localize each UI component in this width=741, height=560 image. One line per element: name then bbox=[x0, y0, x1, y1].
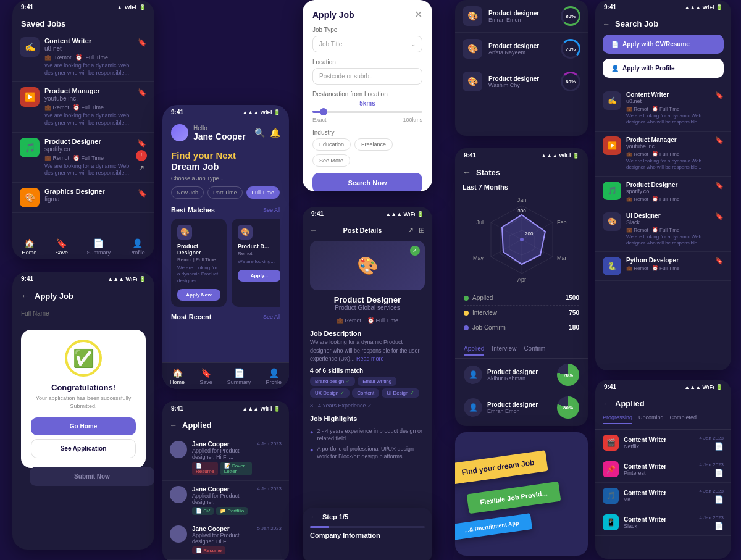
jl-logo-1: 🎨 bbox=[463, 6, 482, 26]
sj-item-2[interactable]: ▶️ Product Manager youtube inc. 💼 Remot⏰… bbox=[595, 132, 731, 177]
ap-back-icon[interactable]: ← bbox=[603, 399, 610, 408]
skill-5: UI Design ✓ bbox=[382, 388, 419, 398]
job-item-3[interactable]: 🎵 Product Designer spotify.co 💼 Remot ⏰ … bbox=[12, 133, 154, 183]
pill-new-job[interactable]: New Job bbox=[171, 186, 204, 199]
sj-bookmark-1[interactable]: 🔖 bbox=[715, 91, 724, 99]
doc-resume-1[interactable]: 📄 Resume bbox=[192, 462, 218, 475]
match-card-2[interactable]: 🎨 Product D... Remot We are looking... A… bbox=[232, 219, 280, 307]
step-back-icon[interactable]: ← bbox=[310, 512, 317, 521]
tab-interview[interactable]: Interview bbox=[492, 345, 516, 356]
doc-cover-1[interactable]: 📝 Cover Letter bbox=[220, 462, 253, 475]
applicant-row-1[interactable]: Jane Cooper Applied for Product designer… bbox=[162, 436, 289, 481]
apply-btn-2[interactable]: Apply... bbox=[238, 270, 280, 282]
job-item-4[interactable]: 🎨 Graphics Designer figma 🔖 bbox=[12, 183, 154, 213]
bookmark-icon-4[interactable]: 🔖 bbox=[138, 189, 147, 198]
bookmark-icon-3[interactable]: 🔖 bbox=[137, 139, 146, 148]
tab-applied[interactable]: Applied bbox=[464, 345, 484, 356]
pill-freelance[interactable]: Freelance bbox=[354, 138, 393, 151]
post-back-icon[interactable]: ← bbox=[310, 226, 317, 235]
tab-completed[interactable]: Completed bbox=[670, 414, 697, 424]
full-name-input[interactable] bbox=[21, 307, 146, 322]
post-action-icons: ↗ ⊞ bbox=[408, 226, 425, 235]
ap-item-2[interactable]: 📌 Content Writer Pinterest 4 Jan 2023 📄 bbox=[595, 456, 731, 483]
bookmark-post-icon[interactable]: ⊞ bbox=[419, 226, 425, 235]
applicant-row-2[interactable]: Jane Cooper Applied for Product designer… bbox=[162, 481, 289, 520]
doc-cv-2[interactable]: 📄 CV bbox=[192, 507, 214, 515]
share-icon[interactable]: ↗ bbox=[138, 164, 144, 172]
job-list-item-1[interactable]: 🎨 Product designer Emran Emon 80% bbox=[455, 0, 588, 33]
search-icon[interactable]: 🔍 bbox=[254, 128, 265, 138]
ap-item-1[interactable]: 🎬 Content Writer Netflix 4 Jan 2023 📄 bbox=[595, 430, 731, 456]
nav-home-2[interactable]: 🏠 Home bbox=[170, 368, 185, 385]
applicant-row-3[interactable]: Jane Cooper Applied for Product designer… bbox=[162, 520, 289, 560]
tab-upcoming[interactable]: Upcoming bbox=[638, 414, 664, 424]
tab-confirm[interactable]: Confirm bbox=[524, 345, 545, 356]
pill-part-time[interactable]: Part Time bbox=[207, 186, 243, 199]
bookmark-icon-1[interactable]: 🔖 bbox=[138, 38, 147, 47]
pill-education[interactable]: Education bbox=[312, 138, 351, 151]
slider-thumb[interactable] bbox=[320, 108, 327, 115]
apply-profile-btn[interactable]: 👤 Apply with Profile bbox=[603, 59, 724, 78]
apply-back-icon[interactable]: ← bbox=[21, 291, 30, 301]
distance-slider[interactable]: 5kms Exact 100kms bbox=[312, 100, 422, 123]
nav-summary-2[interactable]: 📄 Summary bbox=[227, 368, 251, 385]
nav-summary-1[interactable]: 📄 Summary bbox=[86, 238, 111, 256]
sj-bookmark-3[interactable]: 🔖 bbox=[715, 182, 724, 190]
nav-profile-2[interactable]: 👤 Profile bbox=[266, 368, 282, 385]
search-now-btn[interactable]: Search Now bbox=[312, 173, 422, 191]
nav-save-1[interactable]: 🔖 Save bbox=[56, 238, 69, 256]
applied-job-1[interactable]: 👤 Product designer Akibur Rahman 78% bbox=[455, 359, 588, 391]
ap-date-2: 4 Jan 2023 bbox=[699, 462, 724, 467]
pill-see-more[interactable]: See More bbox=[312, 154, 350, 167]
slider-track[interactable] bbox=[312, 111, 422, 113]
go-home-btn[interactable]: Go Home bbox=[31, 417, 136, 435]
job-item-1[interactable]: ✍️ Content Writer u8.net 💼 Remot ⏰ Full … bbox=[12, 32, 154, 82]
ap-item-3[interactable]: 🎵 Content Writer VK 4 Jan 2023 📄 bbox=[595, 483, 731, 509]
see-application-btn[interactable]: See Application bbox=[31, 439, 136, 458]
applied-job-2[interactable]: 👤 Product designer Emran Emon 80% bbox=[455, 391, 588, 424]
applied-list-back-icon[interactable]: ← bbox=[170, 421, 177, 430]
bookmark-icon-2[interactable]: 🔖 bbox=[138, 88, 147, 97]
sj-item-4[interactable]: 🎨 UI Designer Slack 💼 Remot⏰ Full Time W… bbox=[595, 207, 731, 253]
ap-date-3: 4 Jan 2023 bbox=[699, 488, 724, 494]
sj-item-1[interactable]: ✍️ Content Writer u8.net 💼 Remot⏰ Full T… bbox=[595, 86, 731, 132]
sj-item-3[interactable]: 🎵 Product Designer spotify.co 💼 Remot⏰ F… bbox=[595, 177, 731, 207]
doc-pills-2: 📄 CV 📁 Portfilio bbox=[192, 507, 252, 515]
share-post-icon[interactable]: ↗ bbox=[408, 226, 414, 235]
job-list-item-2[interactable]: 🎨 Product designer Arfata Nayeem 70% bbox=[455, 33, 588, 65]
apply-cv-btn[interactable]: 📄 Apply with CV/Resume bbox=[603, 35, 724, 54]
nav-profile-1[interactable]: 👤 Profile bbox=[129, 238, 145, 256]
doc-resume-3[interactable]: 📄 Resume bbox=[192, 546, 225, 554]
submit-btn[interactable]: Submit Now bbox=[30, 467, 154, 486]
nav-save-2[interactable]: 🔖 Save bbox=[199, 368, 212, 385]
read-more-link[interactable]: Read more bbox=[356, 356, 384, 362]
ap-item-4[interactable]: 📱 Content Writer Slack 4 Jan 2023 📄 bbox=[595, 509, 731, 536]
match-card-1[interactable]: 🎨 Product Designer Remot | Full Time We … bbox=[171, 219, 227, 307]
bell-icon[interactable]: 🔔 bbox=[270, 128, 280, 138]
close-icon[interactable]: ✕ bbox=[414, 9, 422, 20]
apply-btn-1[interactable]: Apply Now bbox=[177, 289, 220, 301]
tab-progressing[interactable]: Progressing bbox=[603, 414, 632, 424]
most-recent-header: Most Recent See All bbox=[171, 313, 280, 320]
job-type-input[interactable]: Job Title ⌄ bbox=[312, 36, 422, 52]
pill-full-time[interactable]: Full Time bbox=[246, 186, 280, 199]
doc-portfolio-2[interactable]: 📁 Portfilio bbox=[216, 507, 248, 515]
best-matches-see-all[interactable]: See All bbox=[263, 207, 280, 213]
legend-interview: Interview 750 bbox=[464, 306, 579, 320]
sj-bookmark-4[interactable]: 🔖 bbox=[715, 212, 724, 220]
sj-item-5[interactable]: 🐍 Python Developer 💼 Remot⏰ Full Time 🔖 bbox=[595, 252, 731, 281]
jl-info-1: Product designer Emran Emon bbox=[488, 10, 555, 23]
sj-desc-1: We are looking for a dynamic Web designe… bbox=[626, 113, 710, 126]
sj-bookmark-5[interactable]: 🔖 bbox=[715, 257, 724, 265]
stats-back-icon[interactable]: ← bbox=[463, 167, 471, 177]
match-title-2: Product D... bbox=[238, 243, 280, 249]
nav-home-1[interactable]: 🏠 Home bbox=[22, 238, 36, 256]
status-bar-apply: 9:41 ▲▲▲ WiFi 🔋 bbox=[12, 272, 154, 285]
location-input[interactable]: Postcode or subrb.. bbox=[312, 68, 422, 85]
sj-bookmark-2[interactable]: 🔖 bbox=[715, 136, 724, 144]
search-back-icon[interactable]: ← bbox=[603, 20, 610, 28]
most-recent-see-all[interactable]: See All bbox=[263, 314, 280, 320]
job-list-item-3[interactable]: 🎨 Product designer Washim Chy 60% bbox=[455, 65, 588, 98]
job-item-2[interactable]: ▶️ Product Manager youtube inc. 💼 Remot … bbox=[12, 82, 154, 132]
job-logo-2: ▶️ bbox=[20, 87, 40, 107]
